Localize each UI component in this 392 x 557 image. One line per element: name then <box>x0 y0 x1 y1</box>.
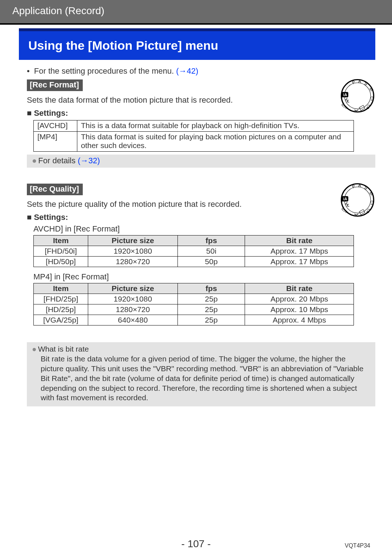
cell: 640×480 <box>88 315 177 325</box>
cell: Approx. 10 Mbps <box>245 304 354 315</box>
mp4-caption: MP4] in [Rec Format] <box>33 272 375 282</box>
th-fps: fps <box>177 236 245 246</box>
table-row: [FHD/50i] 1920×1080 50i Approx. 17 Mbps <box>34 246 354 257</box>
cell: [FHD/25p] <box>34 294 88 304</box>
rec-quality-desc: Sets the picture quality of the motion p… <box>27 200 375 209</box>
mp4-table: Item Picture size fps Bit rate [FHD/25p]… <box>33 283 354 325</box>
page-title: Using the [Motion Picture] menu <box>19 28 375 60</box>
svg-text:iA: iA <box>343 197 347 201</box>
disc-icon: ● <box>32 345 37 353</box>
bitrate-info-body: Bit rate is the data volume for a given … <box>32 354 370 403</box>
section-rec-quality-label: [Rec Quality] <box>27 184 83 195</box>
svg-text:C1: C1 <box>370 200 374 205</box>
document-id: VQT4P34 <box>345 542 370 549</box>
cell: Approx. 17 Mbps <box>245 257 354 267</box>
th-bitrate: Bit rate <box>245 236 354 246</box>
cell: [VGA/25p] <box>34 315 88 325</box>
cell: 1280×720 <box>88 257 177 267</box>
svg-text:A: A <box>358 183 361 188</box>
th-size: Picture size <box>88 236 177 246</box>
cell-key: [AVCHD] <box>34 120 77 132</box>
cell: 25p <box>177 294 245 304</box>
bitrate-info-title: What is bit rate <box>38 345 89 353</box>
table-row: [VGA/25p] 640×480 25p Approx. 4 Mbps <box>34 315 354 325</box>
details-text: For details <box>38 156 78 165</box>
table-row: [MP4] This data format is suited for pla… <box>34 132 354 152</box>
cell: Approx. 4 Mbps <box>245 315 354 325</box>
rec-format-table: [AVCHD] This is a data format suitable f… <box>33 120 354 152</box>
cell: 50i <box>177 246 245 257</box>
cell: [HD/25p] <box>34 304 88 315</box>
avchd-caption: AVCHD] in [Rec Format] <box>33 224 375 234</box>
mode-dial-icon: iA P A S M C1 C2 SCN <box>338 77 377 115</box>
link-page-32[interactable]: (→32) <box>78 156 100 165</box>
cell: 1920×1080 <box>88 294 177 304</box>
rec-format-details-note: ●For details (→32) <box>27 155 375 168</box>
bullet-icon: • <box>27 66 30 75</box>
intro-text: For the setting procedures of the menu. <box>34 66 176 75</box>
table-row: [HD/25p] 1280×720 25p Approx. 10 Mbps <box>34 304 354 315</box>
settings-heading: Settings: <box>27 108 375 118</box>
breadcrumb: Application (Record) <box>0 0 392 25</box>
cell-val: This is a data format suitable for playb… <box>77 120 354 132</box>
table-row: [HD/50p] 1280×720 50p Approx. 17 Mbps <box>34 257 354 267</box>
intro-line: • For the setting procedures of the menu… <box>27 66 375 76</box>
table-row: [AVCHD] This is a data format suitable f… <box>34 120 354 132</box>
mode-dial-icon: iA P A S M C1 C2 SCN <box>338 181 377 219</box>
settings-heading: Settings: <box>27 213 375 222</box>
cell: [HD/50p] <box>34 257 88 267</box>
cell: 50p <box>177 257 245 267</box>
section-rec-format-label: [Rec Format] <box>27 79 83 91</box>
page-number: - 107 - <box>181 538 211 549</box>
svg-text:C1: C1 <box>370 96 374 101</box>
th-bitrate: Bit rate <box>245 283 354 294</box>
cell-val: This data format is suited for playing b… <box>77 132 354 152</box>
rec-format-desc: Sets the data format of the motion pictu… <box>27 95 375 105</box>
link-page-42[interactable]: (→42) <box>176 66 198 75</box>
cell: [FHD/50i] <box>34 246 88 257</box>
cell-key: [MP4] <box>34 132 77 152</box>
cell: Approx. 17 Mbps <box>245 246 354 257</box>
table-row: [FHD/25p] 1920×1080 25p Approx. 20 Mbps <box>34 294 354 304</box>
cell: Approx. 20 Mbps <box>245 294 354 304</box>
disc-icon: ● <box>32 156 37 165</box>
cell: 1280×720 <box>88 304 177 315</box>
svg-text:A: A <box>358 79 361 83</box>
cell: 25p <box>177 304 245 315</box>
th-size: Picture size <box>88 283 177 294</box>
cell: 1920×1080 <box>88 246 177 257</box>
th-item: Item <box>34 283 88 294</box>
avchd-table: Item Picture size fps Bit rate [FHD/50i]… <box>33 235 354 267</box>
th-item: Item <box>34 236 88 246</box>
th-fps: fps <box>177 283 245 294</box>
cell: 25p <box>177 315 245 325</box>
bitrate-info-box: ●What is bit rate Bit rate is the data v… <box>27 342 375 406</box>
svg-text:iA: iA <box>343 93 347 97</box>
